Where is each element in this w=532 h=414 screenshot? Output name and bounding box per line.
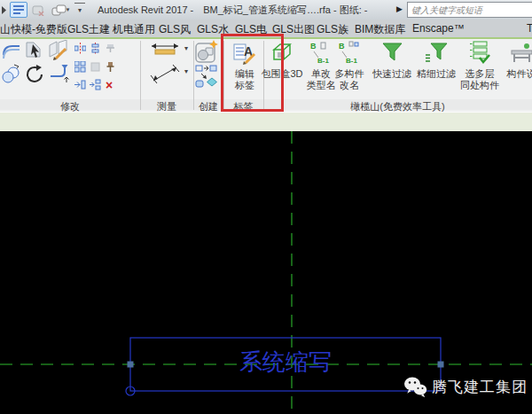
matchtype-grid-icon[interactable] (74, 60, 86, 76)
distribute-icon[interactable] (90, 42, 101, 58)
tab-gls-zu[interactable]: GLS族 (317, 22, 348, 37)
title-bar: ▾ ▾ Autodesk Revit 2017 - BM_标记_管道系统缩写….… (0, 0, 532, 20)
rename-multi-icon: BB-1 (338, 41, 362, 68)
offset-icon[interactable] (2, 42, 21, 63)
move-join-icon[interactable] (74, 78, 86, 94)
overflow-arrow-icon[interactable] (0, 3, 7, 17)
trim-extend-icon[interactable] (24, 40, 44, 64)
fine-filter-icon (425, 41, 449, 68)
svg-text:B-1: B-1 (317, 57, 329, 65)
type-map-icon[interactable] (195, 65, 219, 92)
tab-enscape[interactable]: Enscape™ (412, 22, 465, 35)
fine-filter-button[interactable]: 精细过滤 (415, 39, 458, 99)
component-info-button[interactable]: 构件说 (502, 39, 532, 99)
customize-qat-icon[interactable]: ▾ (74, 3, 85, 18)
measure-angular-dropdown-icon[interactable]: ▾ (184, 67, 188, 75)
rename-single-type-icon: BB-1 (309, 41, 333, 68)
measure-linear-dropdown-icon[interactable]: ▾ (184, 44, 188, 52)
inactive-square-icon (90, 60, 101, 76)
tab-bim-db[interactable]: BIM数据库 (355, 22, 405, 37)
tab-kuaimo[interactable]: 山快模-免费版 (0, 22, 67, 37)
search-go-icon[interactable]: ▶ (396, 4, 403, 13)
svg-text:B: B (310, 42, 317, 51)
search-input[interactable] (407, 2, 532, 18)
svg-text:B: B (339, 42, 345, 51)
drawing-area[interactable]: 系统缩写 腾飞建工集团 (0, 131, 532, 414)
measure-linear-icon[interactable] (149, 42, 183, 60)
tab-gls-tujian[interactable]: GLS土建 (67, 22, 110, 37)
watermark-text: 腾飞建工集团 (432, 377, 528, 397)
switch-windows-icon[interactable]: ▾ (49, 3, 72, 17)
split-element-icon[interactable] (48, 40, 69, 64)
red-highlight-box (221, 34, 284, 112)
select-multilevel-icon (468, 41, 492, 68)
rotate-icon[interactable] (25, 63, 45, 87)
delete-icon[interactable]: × (106, 80, 113, 90)
trim-corner-icon[interactable] (49, 63, 69, 87)
tab-gls-feng[interactable]: GLS风 (159, 22, 191, 37)
rename-multi-button[interactable]: BB-1 多构件 改名 (332, 39, 367, 99)
close-inactive-icon[interactable] (30, 3, 46, 17)
system-abbreviation-label[interactable]: 系统缩写 (130, 347, 441, 378)
component-info-icon (510, 41, 532, 68)
revit-window: ▾ ▾ Autodesk Revit 2017 - BM_标记_管道系统缩写….… (0, 0, 532, 414)
component-icon[interactable] (195, 40, 219, 67)
wechat-icon (403, 376, 427, 398)
align-icon[interactable] (74, 42, 86, 58)
watermark: 腾飞建工集团 (403, 376, 528, 398)
tab-clipped[interactable]: T (527, 22, 532, 35)
unpin-icon[interactable] (105, 42, 116, 58)
pin-icon[interactable] (105, 60, 116, 76)
window-title: Autodesk Revit 2017 - BM_标记_管道系统缩写….rfa … (98, 4, 364, 17)
array-join-icon[interactable] (90, 78, 101, 94)
select-multilevel-button[interactable]: 选多层 同处构件 (459, 39, 500, 99)
quick-filter-icon (380, 41, 404, 68)
quick-access-toolbar: ▾ ▾ (0, 2, 88, 18)
measure-angular-icon[interactable] (149, 63, 183, 88)
svg-text:B-1: B-1 (346, 57, 357, 65)
quick-filter-button[interactable]: 快速过滤 (371, 39, 413, 99)
tab-jidian[interactable]: 机电通用 (113, 22, 155, 37)
thin-lines-toggle-icon[interactable] (10, 2, 27, 18)
options-bar (0, 112, 532, 133)
copy-icon[interactable] (1, 63, 21, 87)
